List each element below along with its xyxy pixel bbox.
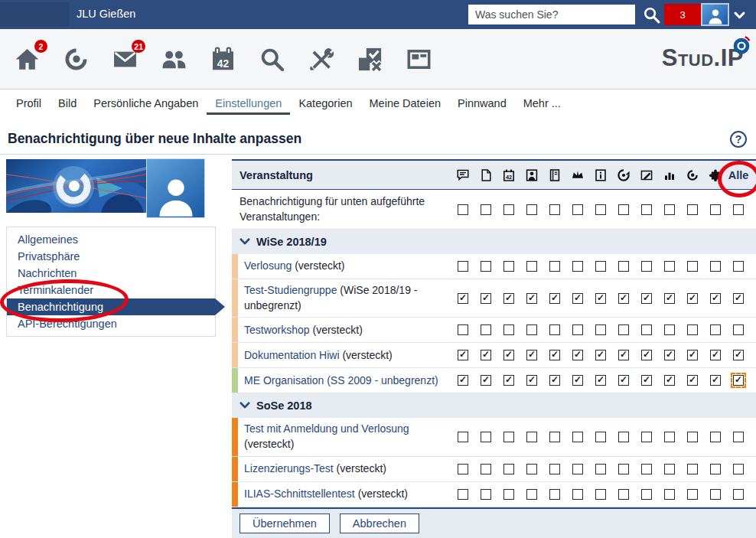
notification-checkbox[interactable] bbox=[664, 261, 675, 272]
notification-checkbox[interactable] bbox=[641, 324, 652, 335]
toolbar-item-home[interactable]: 2 bbox=[13, 45, 41, 73]
notification-checkbox[interactable] bbox=[641, 375, 652, 386]
sidebar-item-terminkalender[interactable]: Terminkalender bbox=[7, 282, 215, 298]
notification-checkbox[interactable] bbox=[641, 204, 652, 215]
notification-checkbox[interactable] bbox=[503, 375, 514, 386]
notification-checkbox[interactable] bbox=[481, 489, 491, 500]
chevron-down-icon[interactable] bbox=[240, 236, 250, 247]
course-link[interactable]: Dokumentation Hiwi bbox=[244, 349, 340, 361]
notification-checkbox[interactable] bbox=[710, 261, 721, 272]
notification-checkbox[interactable] bbox=[481, 350, 491, 360]
course-link[interactable]: Test-Studiengruppe bbox=[244, 284, 337, 296]
notification-checkbox[interactable] bbox=[549, 375, 560, 386]
notification-checkbox[interactable] bbox=[526, 261, 537, 272]
sidebar-item-allgemeines[interactable]: Allgemeines bbox=[7, 231, 215, 248]
notification-checkbox[interactable] bbox=[641, 489, 652, 500]
notification-checkbox[interactable] bbox=[572, 324, 583, 335]
tab-einstellungen[interactable]: Einstellungen bbox=[207, 92, 290, 115]
course-link[interactable]: ILIAS-Schnittstellentest bbox=[244, 487, 355, 500]
notification-checkbox[interactable] bbox=[618, 464, 629, 474]
help-button[interactable]: ? bbox=[730, 131, 747, 148]
notification-checkbox[interactable] bbox=[572, 350, 583, 360]
notification-checkbox[interactable] bbox=[618, 324, 629, 335]
notification-checkbox[interactable] bbox=[572, 261, 583, 272]
notification-checkbox[interactable] bbox=[572, 293, 583, 304]
column-forum[interactable] bbox=[451, 169, 474, 181]
tab-meine-dateien[interactable]: Meine Dateien bbox=[361, 92, 450, 115]
notification-checkbox[interactable] bbox=[595, 375, 606, 386]
toolbar-item-spiral[interactable] bbox=[62, 45, 90, 73]
notification-checkbox[interactable] bbox=[710, 375, 721, 386]
notification-checkbox[interactable] bbox=[458, 350, 468, 360]
notification-checkbox[interactable] bbox=[595, 261, 606, 272]
notification-checkbox[interactable] bbox=[481, 261, 491, 272]
notification-checkbox[interactable] bbox=[664, 293, 675, 304]
cancel-button[interactable]: Abbrechen bbox=[340, 514, 419, 533]
notification-checkbox[interactable] bbox=[503, 489, 514, 500]
notification-checkbox[interactable] bbox=[481, 375, 491, 386]
toolbar-item-dashboard[interactable] bbox=[405, 45, 432, 73]
notification-checkbox[interactable] bbox=[710, 204, 721, 215]
notification-checkbox[interactable] bbox=[526, 204, 537, 215]
notification-checkbox[interactable] bbox=[549, 293, 560, 304]
column-evaluation[interactable] bbox=[658, 169, 681, 181]
notification-checkbox[interactable] bbox=[687, 375, 698, 386]
toolbar-item-search[interactable] bbox=[258, 45, 285, 73]
toolbar-item-mail[interactable]: 21 bbox=[111, 45, 138, 73]
notification-checkbox[interactable] bbox=[664, 350, 675, 360]
notification-checkbox[interactable] bbox=[733, 432, 744, 442]
notification-checkbox[interactable] bbox=[664, 432, 675, 442]
sidebar-item-api-berechtigungen[interactable]: API-Berechtigungen bbox=[7, 315, 215, 332]
notification-checkbox[interactable] bbox=[503, 432, 514, 442]
notification-checkbox[interactable] bbox=[664, 464, 675, 474]
notification-checkbox[interactable] bbox=[618, 350, 629, 360]
chevron-down-icon[interactable] bbox=[734, 10, 745, 24]
sidebar-item-benachrichtigung[interactable]: Benachrichtigung bbox=[7, 298, 215, 315]
notification-checkbox[interactable] bbox=[481, 464, 491, 474]
column-literature[interactable] bbox=[543, 169, 566, 181]
notification-checkbox[interactable] bbox=[687, 324, 698, 335]
notification-checkbox[interactable] bbox=[664, 324, 675, 335]
toolbar-item-calendar[interactable]: 42 bbox=[209, 45, 236, 73]
notification-checkbox[interactable] bbox=[687, 261, 698, 272]
notification-checkbox[interactable] bbox=[687, 293, 698, 304]
column-documents[interactable] bbox=[474, 169, 497, 181]
notification-checkbox[interactable] bbox=[572, 375, 583, 386]
notification-count-badge[interactable]: 3 bbox=[664, 4, 701, 25]
profile-avatar[interactable] bbox=[146, 158, 205, 218]
notification-checkbox[interactable] bbox=[503, 464, 514, 474]
notification-checkbox[interactable] bbox=[595, 350, 606, 360]
notification-checkbox[interactable] bbox=[664, 489, 675, 500]
notification-checkbox[interactable] bbox=[733, 375, 744, 386]
notification-checkbox[interactable] bbox=[618, 261, 629, 272]
notification-checkbox[interactable] bbox=[503, 293, 514, 304]
notification-checkbox[interactable] bbox=[458, 464, 468, 474]
notification-checkbox[interactable] bbox=[572, 432, 583, 442]
course-link[interactable]: Lizenzierungs-Test bbox=[244, 462, 334, 474]
notification-checkbox[interactable] bbox=[687, 350, 698, 360]
column-participants[interactable] bbox=[520, 169, 543, 181]
notification-checkbox[interactable] bbox=[549, 350, 560, 360]
notification-checkbox[interactable] bbox=[572, 464, 583, 474]
column-vips[interactable] bbox=[566, 169, 589, 181]
notification-checkbox[interactable] bbox=[641, 261, 652, 272]
global-search-input[interactable] bbox=[468, 5, 635, 24]
tab-bild[interactable]: Bild bbox=[50, 92, 85, 115]
toolbar-item-tools[interactable] bbox=[307, 45, 334, 73]
notification-checkbox[interactable] bbox=[572, 204, 583, 215]
notification-checkbox[interactable] bbox=[664, 204, 675, 215]
toolbar-item-admin[interactable] bbox=[356, 45, 383, 73]
course-link[interactable]: Test mit Anmeldung und Verlosung bbox=[244, 422, 409, 435]
notification-checkbox[interactable] bbox=[549, 489, 560, 500]
column-info[interactable] bbox=[589, 169, 612, 181]
notification-checkbox[interactable] bbox=[710, 464, 721, 474]
notification-checkbox[interactable] bbox=[733, 261, 744, 272]
course-link[interactable]: ME Organisation (SS 2009 - unbegrenzt) bbox=[244, 374, 438, 386]
notification-checkbox[interactable] bbox=[549, 204, 560, 215]
notification-checkbox[interactable] bbox=[687, 464, 698, 474]
notification-checkbox[interactable] bbox=[458, 204, 468, 215]
tab-profil[interactable]: Profil bbox=[8, 92, 50, 115]
notification-checkbox[interactable] bbox=[503, 204, 514, 215]
toolbar-item-community[interactable] bbox=[160, 45, 187, 73]
course-link[interactable]: Testworkshop bbox=[244, 324, 310, 336]
